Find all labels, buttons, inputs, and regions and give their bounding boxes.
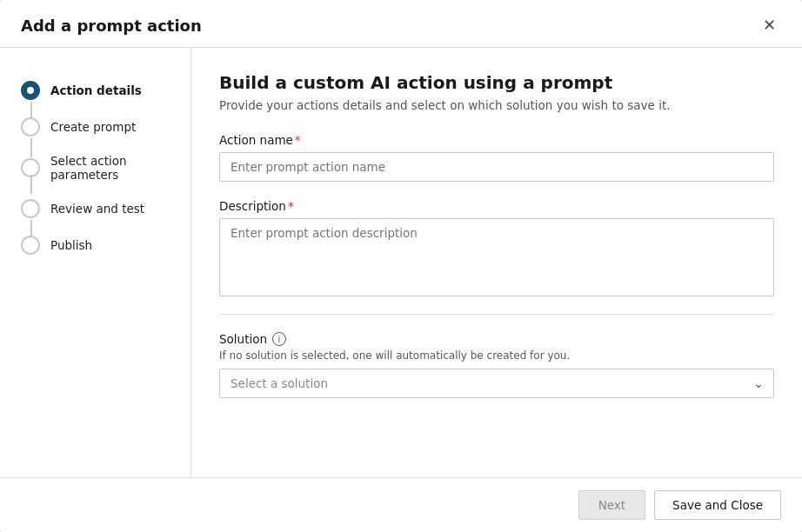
- next-button[interactable]: Next: [578, 490, 645, 520]
- description-label: Description*: [219, 199, 774, 213]
- step-label-select-action-parameters: Select action parameters: [50, 154, 190, 182]
- description-input[interactable]: [219, 218, 774, 296]
- section-title: Build a custom AI action using a prompt: [219, 72, 774, 93]
- close-button[interactable]: ✕: [758, 16, 781, 35]
- action-name-input[interactable]: [219, 152, 774, 182]
- step-circle-review-and-test: [21, 199, 40, 218]
- step-circle-action-details: [21, 81, 40, 100]
- description-required: *: [288, 199, 294, 213]
- section-subtitle: Provide your actions details and select …: [219, 98, 774, 112]
- dialog-header: Add a prompt action ✕: [0, 0, 802, 48]
- solution-select[interactable]: Select a solution: [219, 369, 774, 398]
- action-name-label: Action name*: [219, 133, 774, 147]
- step-circle-publish: [21, 236, 40, 255]
- action-name-required: *: [295, 133, 301, 147]
- main-content: Build a custom AI action using a prompt …: [191, 48, 802, 477]
- sidebar-item-review-and-test[interactable]: Review and test: [21, 190, 190, 227]
- solution-label-row: Solution i: [219, 332, 774, 346]
- step-circle-create-prompt: [21, 117, 40, 136]
- solution-info-icon[interactable]: i: [272, 332, 286, 346]
- solution-hint: If no solution is selected, one will aut…: [219, 349, 774, 362]
- save-close-button[interactable]: Save and Close: [654, 490, 781, 520]
- sidebar-item-create-prompt[interactable]: Create prompt: [21, 109, 190, 145]
- sidebar-item-publish[interactable]: Publish: [21, 227, 190, 263]
- divider: [219, 314, 774, 315]
- step-circle-select-action-parameters: [21, 158, 40, 177]
- sidebar: Action details Create prompt Select acti…: [0, 48, 191, 477]
- step-label-action-details: Action details: [50, 83, 142, 97]
- step-label-review-and-test: Review and test: [50, 202, 144, 216]
- solution-select-wrapper: Select a solution ⌄: [219, 369, 774, 398]
- add-prompt-action-dialog: Add a prompt action ✕ Action details Cre…: [0, 0, 802, 532]
- dialog-title: Add a prompt action: [21, 17, 202, 35]
- sidebar-item-select-action-parameters[interactable]: Select action parameters: [21, 145, 190, 190]
- step-label-create-prompt: Create prompt: [50, 120, 136, 134]
- dialog-footer: Next Save and Close: [0, 477, 802, 532]
- solution-label: Solution: [219, 332, 267, 346]
- sidebar-item-action-details[interactable]: Action details: [21, 72, 190, 109]
- step-label-publish: Publish: [50, 238, 92, 252]
- dialog-body: Action details Create prompt Select acti…: [0, 48, 802, 477]
